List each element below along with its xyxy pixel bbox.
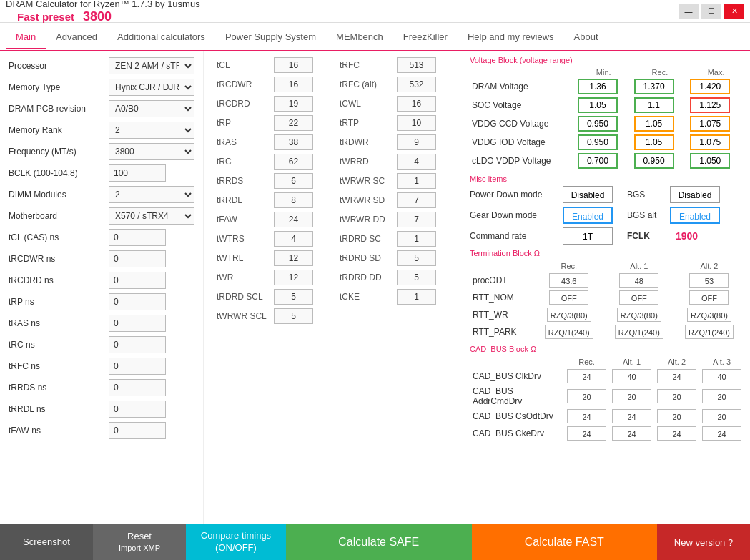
nav-item-membench[interactable]: MEMbench [326,26,393,49]
timing-tcwl-input[interactable] [397,96,436,112]
timing-trdwr: tRDWR [340,134,451,150]
tfaw-ns-label: tFAW ns [9,426,109,436]
dram-max-input[interactable] [690,79,730,94]
term-label: RTT_NOM [470,289,534,306]
nav-item-freezkiller[interactable]: FreezKiller [393,26,458,49]
trcdrd-ns-input[interactable] [109,272,166,289]
nav-item-advanced[interactable]: Advanced [46,26,107,49]
cldo-max-input[interactable] [690,153,730,169]
timing-label: tRDRD SC [340,234,397,244]
trfc-ns-input[interactable] [109,358,166,375]
screenshot-button[interactable]: Screenshot [0,524,93,560]
tcl-ns-input[interactable] [109,229,166,246]
timing-trdwr-input[interactable] [397,134,436,150]
timing-label: tRRDS [217,176,274,186]
timing-twtrs-input[interactable] [274,231,313,247]
timing-trdrd-dd-input[interactable] [397,270,436,285]
minimize-button[interactable]: — [679,4,699,19]
gear-down-val[interactable]: Enabled [563,207,613,224]
timing-trdrd-scl-input[interactable] [274,289,313,305]
timing-tcke-input[interactable] [397,289,436,305]
vddg-ccd-min-input[interactable] [578,116,618,132]
timing-trdrd-sc: tRDRD SC [340,231,451,247]
processor-select[interactable]: ZEN 2 AM4 / sTRX4 [109,57,194,74]
timing-tcl-input[interactable] [274,57,313,73]
calculate-safe-button[interactable]: Calculate SAFE [286,524,472,560]
frequency-select[interactable]: 3800 [109,143,194,160]
dimm-select[interactable]: 2 [109,186,194,203]
timing-trtp-input[interactable] [397,115,436,131]
trp-ns-input[interactable] [109,293,166,310]
timing-trdrd-sd-input[interactable] [397,250,436,266]
trrdl-ns-input[interactable] [109,401,166,418]
timing-twtrl-input[interactable] [274,250,313,266]
memory-rank-select[interactable]: 2 [109,122,194,139]
pcb-revision-label: DRAM PCB revision [9,104,109,114]
v-cell [688,152,744,170]
rttpark-rec: RZQ/1(240) [545,325,593,339]
timing-trrds-input[interactable] [274,173,313,189]
vddg-iod-max-input[interactable] [690,134,730,150]
timing-twrwr-dd-input[interactable] [397,212,436,227]
timing-tras-input[interactable] [274,134,313,150]
compare-button[interactable]: Compare timings(ON/OFF) [186,524,286,560]
timing-trfc-input[interactable] [397,57,436,73]
soc-max-input[interactable] [690,97,730,113]
cldo-min-input[interactable] [578,153,618,169]
vddg-iod-min-input[interactable] [578,134,618,150]
new-version-button[interactable]: New version ? [657,524,750,560]
nav-item-main[interactable]: Main [6,26,46,49]
rttnom-alt1: OFF [619,290,658,305]
timing-trc-input[interactable] [274,154,313,170]
trc-ns-input[interactable] [109,336,166,353]
power-down-val[interactable]: Disabled [563,186,613,203]
command-rate-val[interactable]: 1T [563,227,613,245]
v-cell [688,96,744,114]
tfaw-ns-input[interactable] [109,422,166,439]
table-row: procODT 43.6 48 53 [470,272,744,289]
maximize-button[interactable]: ☐ [701,4,721,19]
bgs-alt-val[interactable]: Enabled [670,207,720,224]
cad-table: Rec. Alt. 1 Alt. 2 Alt. 3 CAD_BUS ClkDrv… [470,356,744,442]
timing-trcdrd-input[interactable] [274,96,313,112]
nav-item-help[interactable]: Help and my reviews [458,26,564,49]
vddg-ccd-rec-input[interactable] [634,116,674,132]
trcdwr-ns-label: tRCDWR ns [9,254,109,264]
timing-twrwr-sc-input[interactable] [397,173,436,189]
trcdwr-ns-input[interactable] [109,250,166,267]
calculate-fast-button[interactable]: Calculate FAST [472,524,658,560]
dram-min-input[interactable] [578,79,618,94]
tras-ns-input[interactable] [109,315,166,332]
timing-trcdwr-input[interactable] [274,77,313,92]
nav-item-additional[interactable]: Additional calculators [107,26,215,49]
timing-twrwr-scl-input[interactable] [274,308,313,324]
timing-twr-input[interactable] [274,270,313,285]
timing-trp-input[interactable] [274,115,313,131]
timing-trcdwr: tRCDWR [217,77,328,92]
soc-min-input[interactable] [578,97,618,113]
motherboard-select[interactable]: X570 / sTRX4 [109,207,194,225]
trrds-ns-input[interactable] [109,379,166,396]
memory-type-select[interactable]: Hynix CJR / DJR [109,79,194,96]
bgs-val[interactable]: Disabled [670,186,720,203]
soc-rec-input[interactable] [634,97,674,113]
timing-trrdl-input[interactable] [274,192,313,208]
close-button[interactable]: ✕ [724,4,744,19]
timing-twrwr-sd-input[interactable] [397,192,436,208]
cldo-rec-input[interactable] [634,153,674,169]
bclk-input[interactable] [109,164,166,182]
dram-rec-input[interactable] [634,79,674,94]
vddg-iod-rec-input[interactable] [634,134,674,150]
nav-item-about[interactable]: About [564,26,608,49]
vddg-ccd-max-input[interactable] [690,116,730,132]
pcb-revision-select[interactable]: A0/B0 [109,100,194,117]
reset-button[interactable]: Reset Import XMP [93,524,186,560]
timing-twrrd-input[interactable] [397,154,436,170]
timing-tfaw-input[interactable] [274,212,313,227]
timing-trdrd-sc-input[interactable] [397,231,436,247]
bclk-row: BCLK (100-104.8) [9,164,194,182]
v-cell [576,77,632,96]
nav-item-power-supply[interactable]: Power Supply System [215,26,326,49]
cad-cell: 24 [654,425,699,442]
timing-trfc-alt-input[interactable] [397,77,436,92]
